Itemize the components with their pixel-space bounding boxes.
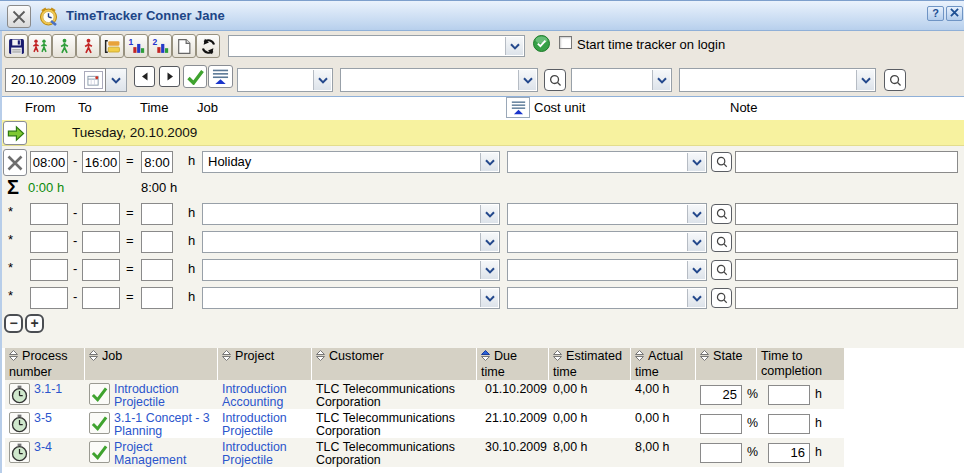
book-job-button[interactable] (89, 412, 110, 434)
switch-user-button[interactable] (28, 34, 52, 58)
entry-search-cost-unit-button[interactable] (711, 152, 732, 172)
chevron-down-icon[interactable] (687, 233, 705, 251)
filter-combo-3[interactable] (571, 68, 672, 92)
add-row-button[interactable]: + (25, 314, 44, 333)
blank-from-input-3[interactable] (30, 259, 68, 281)
blank-time-input-3[interactable] (141, 259, 173, 281)
chevron-down-icon[interactable] (687, 153, 705, 171)
search-job-button[interactable] (544, 69, 566, 91)
header-job[interactable]: Job (85, 348, 218, 380)
state-percent-input[interactable] (700, 385, 742, 405)
process-number-link[interactable]: 3.1-1 (34, 383, 62, 409)
time-to-completion-input[interactable] (768, 414, 810, 434)
blank-time-input-2[interactable] (141, 231, 173, 253)
blank-cost-unit-combo-2[interactable] (507, 231, 707, 253)
blank-job-combo-4[interactable] (202, 287, 500, 309)
save-button[interactable] (4, 34, 28, 58)
project-link[interactable]: Introduction Projectile (218, 409, 312, 438)
stop-work-button[interactable] (76, 34, 100, 58)
blank-time-input-4[interactable] (141, 287, 173, 309)
book-job-button[interactable] (89, 441, 110, 463)
chevron-down-icon[interactable] (687, 205, 705, 223)
confirm-task-button[interactable] (533, 35, 550, 56)
blank-note-input-3[interactable] (735, 259, 958, 281)
chevron-down-icon[interactable] (505, 37, 523, 55)
blank-cost-unit-combo-4[interactable] (507, 287, 707, 309)
blank-search-button-4[interactable] (711, 288, 732, 308)
report-1-button[interactable]: 1 (124, 34, 148, 58)
task-quick-combo[interactable] (228, 35, 525, 57)
date-input[interactable]: 20.10.2009 (5, 68, 106, 92)
refresh-button[interactable] (196, 34, 220, 58)
remove-row-button[interactable]: − (4, 314, 23, 333)
blank-to-input-3[interactable] (82, 259, 120, 281)
chevron-down-icon[interactable] (652, 70, 670, 90)
filter-combo-2[interactable] (340, 68, 538, 92)
new-entry-button[interactable] (172, 34, 196, 58)
chevron-down-icon[interactable] (313, 70, 331, 90)
project-link[interactable]: Introduction Accounting (218, 380, 312, 409)
blank-to-input-2[interactable] (82, 231, 120, 253)
header-actual-time[interactable]: Actual time (631, 348, 696, 380)
header-time-to-completion[interactable]: Time to completion (757, 348, 844, 380)
chevron-down-icon[interactable] (856, 70, 874, 90)
blank-cost-unit-combo-3[interactable] (507, 259, 707, 281)
apply-date-button[interactable] (183, 65, 207, 88)
header-state[interactable]: State (696, 348, 757, 380)
blank-note-input-2[interactable] (735, 231, 958, 253)
titlebar-close-button[interactable] (946, 6, 963, 21)
blank-from-input-4[interactable] (30, 287, 68, 309)
autostart-checkbox[interactable] (559, 36, 572, 49)
header-due-time[interactable]: Due time (477, 348, 549, 380)
start-tracking-button[interactable] (3, 121, 27, 145)
chevron-down-icon[interactable] (687, 261, 705, 279)
delete-entry-button[interactable] (3, 149, 27, 176)
blank-to-input-1[interactable] (82, 203, 120, 225)
header-process-number[interactable]: Process number (5, 348, 85, 380)
job-link[interactable]: 3.1-1 Concept - 3 Planning (114, 412, 215, 438)
previous-day-button[interactable] (134, 66, 155, 87)
chevron-down-icon[interactable] (480, 289, 498, 307)
project-link[interactable]: Introduction Projectile (218, 438, 312, 467)
help-button[interactable]: ? (927, 6, 944, 21)
chevron-down-icon[interactable] (518, 70, 536, 90)
chevron-down-icon[interactable] (687, 289, 705, 307)
stopwatch-button[interactable] (9, 441, 30, 463)
report-2-button[interactable]: 2 (148, 34, 172, 58)
state-percent-input[interactable] (700, 414, 742, 434)
blank-search-button-2[interactable] (711, 232, 732, 252)
blank-note-input-1[interactable] (735, 203, 958, 225)
state-percent-input[interactable] (700, 443, 742, 463)
entry-to-input[interactable] (82, 151, 120, 173)
next-day-button[interactable] (159, 66, 180, 87)
entry-time-input[interactable] (141, 151, 173, 173)
blank-job-combo-1[interactable] (202, 203, 500, 225)
sort-entries-button[interactable] (208, 65, 233, 88)
filter-combo-4[interactable] (679, 68, 876, 92)
book-job-button[interactable] (89, 383, 110, 405)
chevron-down-icon[interactable] (480, 233, 498, 251)
blank-search-button-3[interactable] (711, 260, 732, 280)
calendar-picker-button[interactable] (84, 71, 103, 89)
blank-cost-unit-combo-1[interactable] (507, 203, 707, 225)
blank-note-input-4[interactable] (735, 287, 958, 309)
header-customer[interactable]: Customer (312, 348, 477, 380)
entry-from-input[interactable] (30, 151, 68, 173)
blank-time-input-1[interactable] (141, 203, 173, 225)
entry-note-input[interactable] (735, 151, 958, 173)
chevron-down-icon[interactable] (480, 261, 498, 279)
blank-job-combo-3[interactable] (202, 259, 500, 281)
blank-search-button-1[interactable] (711, 204, 732, 224)
search-cost-unit-button[interactable] (884, 69, 906, 91)
blank-job-combo-2[interactable] (202, 231, 500, 253)
job-link[interactable]: Introduction Projectile (114, 383, 215, 409)
entry-job-combo[interactable]: Holiday (202, 151, 500, 173)
blank-from-input-1[interactable] (30, 203, 68, 225)
worklist-button[interactable] (100, 34, 124, 58)
close-window-button[interactable] (7, 5, 31, 28)
header-estimated-time[interactable]: Estimated time (549, 348, 631, 380)
blank-to-input-4[interactable] (82, 287, 120, 309)
sort-cost-unit-button[interactable] (506, 97, 530, 118)
time-to-completion-input[interactable] (768, 443, 810, 463)
filter-combo-1[interactable] (237, 68, 333, 92)
